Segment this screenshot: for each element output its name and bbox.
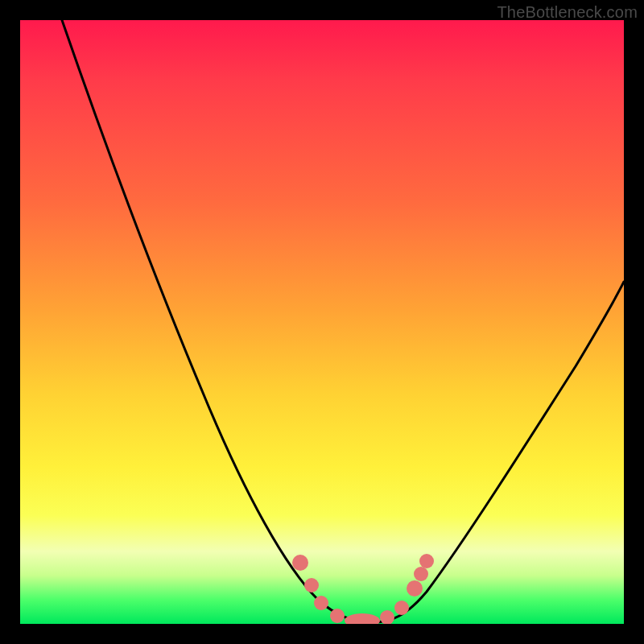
svg-point-9 (419, 554, 434, 568)
plot-area (20, 20, 624, 624)
svg-point-6 (394, 601, 409, 615)
highlighted-points (292, 554, 434, 624)
svg-point-5 (380, 610, 394, 624)
svg-point-7 (407, 580, 423, 597)
chart-frame: TheBottleneck.com (0, 0, 644, 644)
svg-point-4 (345, 613, 380, 624)
svg-point-1 (304, 578, 319, 592)
curve-layer (20, 20, 624, 624)
bottleneck-curve (62, 20, 624, 622)
svg-point-8 (414, 567, 428, 581)
watermark-text: TheBottleneck.com (497, 3, 638, 22)
svg-point-2 (314, 596, 328, 610)
svg-point-0 (292, 555, 308, 571)
svg-point-3 (330, 609, 345, 623)
